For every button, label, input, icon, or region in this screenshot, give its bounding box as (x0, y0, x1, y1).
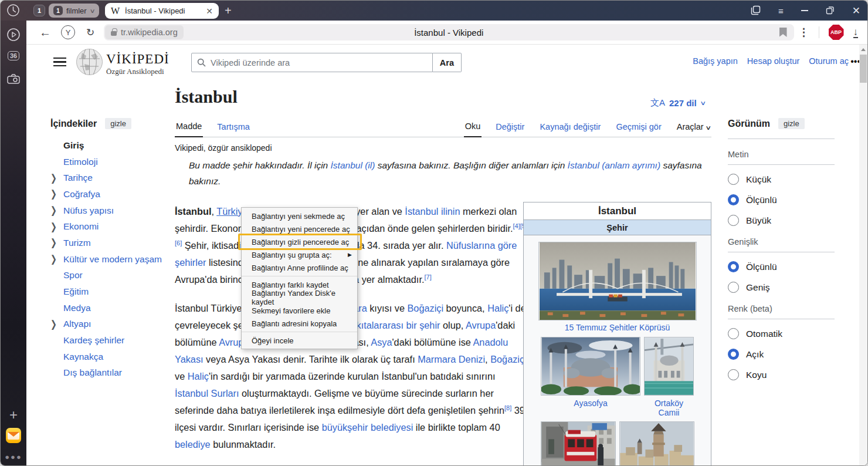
language-selector[interactable]: 文A 227 dil ∨ (650, 97, 705, 109)
menu-hamburger-icon[interactable]: ≡ (778, 6, 784, 15)
photo-galata-tower[interactable] (619, 421, 694, 465)
article-link[interactable]: [8] (504, 404, 511, 411)
header-link[interactable]: Bağış yapın (693, 56, 738, 66)
article-link[interactable]: [7] (424, 273, 431, 281)
tab-panels-icon[interactable] (751, 5, 761, 16)
radio-icon[interactable] (728, 349, 739, 360)
chevron-right-icon[interactable]: ❯ (50, 172, 63, 184)
toc-hide-button[interactable]: gizle (105, 118, 131, 129)
minimize-button[interactable] (801, 10, 808, 11)
radio-icon[interactable] (728, 261, 739, 272)
radio-icon[interactable] (728, 174, 739, 185)
radio-option[interactable]: Geniş (728, 281, 835, 293)
toc-item[interactable]: ❯ Tarihçe (50, 170, 168, 186)
toc-item[interactable]: ❯ Kaynakça (50, 349, 168, 365)
toc-item[interactable]: ❯ Etimoloji (50, 154, 168, 170)
photo-bosphorus-bridge[interactable] (538, 242, 697, 320)
tab-group-badge[interactable]: 1 (33, 5, 45, 16)
toc-item[interactable]: ❯ Dış bağlantılar (50, 365, 168, 381)
site-identity-chip[interactable]: tr.wikipedia.org (105, 25, 184, 39)
toc-item[interactable]: ❯ Giriş (50, 137, 168, 154)
radio-option[interactable]: Ölçünlü (728, 261, 835, 273)
adblock-plus-icon[interactable]: ABP (829, 25, 844, 40)
address-bar[interactable]: tr.wikipedia.org İstanbul - Vikipedi (104, 24, 794, 40)
context-menu-item[interactable]: Bağlantıyı Yandex Disk'e kaydet (242, 291, 357, 304)
article-link[interactable]: İstanbul Surları (175, 388, 239, 399)
extensions-menu-icon[interactable]: ⋮ (799, 26, 809, 39)
context-menu-item[interactable]: Bağlantı adresini kopyala (242, 317, 357, 330)
restore-button[interactable] (826, 6, 835, 16)
back-button[interactable]: ← (35, 26, 56, 39)
radio-option[interactable]: Otomatik (728, 327, 835, 340)
tab-degistir[interactable]: Değiştir (494, 122, 525, 137)
context-menu-item[interactable]: Bağlantıyı yeni pencerede aç ▶ (242, 222, 357, 235)
article-link[interactable]: Marmara Denizi (418, 354, 485, 364)
appearance-hide-button[interactable]: gizle (778, 118, 805, 129)
history-clock-icon[interactable] (6, 4, 20, 19)
article-link[interactable]: Boğaziçi (490, 354, 527, 364)
toc-item[interactable]: ❯ Nüfus yapısı (50, 202, 168, 219)
tab-tartisma[interactable]: Tartışma (216, 122, 251, 137)
radio-icon[interactable] (728, 328, 739, 339)
article-link[interactable]: Asya (371, 337, 392, 347)
page-scrollbar[interactable] (859, 45, 867, 465)
toc-item[interactable]: ❯ Medya (50, 300, 168, 316)
tab-gecmisi-gor[interactable]: Geçmişi gör (615, 122, 662, 137)
scrollbar-up-arrow[interactable] (861, 48, 866, 51)
context-menu-item[interactable]: Bağlantıyı yeni sekmede aç ▶ (242, 210, 357, 222)
context-menu-item[interactable]: Öğeyi incele (242, 334, 357, 347)
header-link[interactable]: Oturum aç (809, 56, 849, 66)
tab-madde[interactable]: Madde (175, 121, 203, 137)
bookmark-icon[interactable] (779, 28, 787, 37)
sidebar-more-icon[interactable]: ●●● (1, 453, 26, 461)
radio-option[interactable]: Küçük (728, 173, 835, 185)
tab-close-icon[interactable]: ✕ (206, 6, 213, 16)
radio-option[interactable]: Koyu (728, 369, 835, 381)
reload-button[interactable]: ↻ (80, 26, 100, 39)
sidebar-add-icon[interactable]: + (1, 407, 26, 423)
wiki-more-menu-icon[interactable]: ••• (850, 56, 859, 67)
radio-option[interactable]: Ölçünlü (728, 194, 835, 206)
article-link[interactable]: İstanbul (il) (331, 160, 375, 170)
context-menu-item[interactable]: Bağlantıyı gizli pencerede aç ▶ (242, 235, 357, 248)
search-button[interactable]: Ara (433, 53, 462, 72)
article-link[interactable]: kıtalararası bir şehir (357, 320, 440, 330)
close-button[interactable]: ✕ (852, 6, 860, 16)
chevron-right-icon[interactable]: ❯ (50, 254, 63, 265)
radio-option[interactable]: Açık (728, 348, 835, 360)
chevron-right-icon[interactable]: ❯ (50, 319, 63, 330)
caption-ortakoy[interactable]: Ortaköy Camii (644, 399, 694, 417)
search-input[interactable]: Vikipedi üzerinde ara (191, 53, 433, 72)
toc-item[interactable]: ❯ Altyapı (50, 316, 168, 333)
chevron-right-icon[interactable]: ❯ (50, 221, 63, 233)
toc-item[interactable]: ❯ Kültür ve modern yaşam (50, 251, 168, 268)
tab-oku[interactable]: Oku (464, 121, 482, 137)
context-menu-item[interactable]: Bağlantıyı şu grupta aç: ▶ (242, 248, 357, 261)
chevron-right-icon[interactable]: ❯ (50, 237, 63, 249)
new-tab-button[interactable]: + (225, 4, 232, 18)
radio-option[interactable]: Büyük (728, 214, 835, 227)
caption-ayasofya[interactable]: Ayasofya (541, 399, 640, 417)
active-tab[interactable]: W İstanbul - Vikipedi ✕ (105, 3, 219, 19)
scrollbar-thumb[interactable] (860, 55, 867, 83)
toc-item[interactable]: ❯ Kardeş şehirler (50, 332, 168, 349)
context-menu-item[interactable]: Sekmeyi favorilere ekle (242, 304, 357, 317)
radio-icon[interactable] (728, 194, 739, 205)
video-play-icon[interactable] (1, 28, 26, 42)
chevron-right-icon[interactable]: ❯ (50, 205, 63, 217)
yandex-mail-icon[interactable] (1, 428, 26, 443)
photo-ayasofya[interactable] (541, 337, 640, 396)
article-link[interactable]: Boğaziçi (407, 303, 443, 313)
photo-nostalgic-tram[interactable] (541, 421, 616, 465)
article-link[interactable]: Avrupa (466, 320, 496, 330)
article-link[interactable]: büyükşehir belediyesi (322, 422, 413, 433)
tab-kaynagi-degistir[interactable]: Kaynağı değiştir (538, 122, 602, 137)
collapsed-tab-filmler[interactable]: 1 filmler ∨ (49, 4, 99, 18)
article-link[interactable]: Haliç (487, 303, 508, 313)
downloads-icon[interactable]: ↓ (853, 27, 859, 38)
article-link[interactable]: İstanbul ilinin (405, 206, 460, 217)
radio-icon[interactable] (728, 369, 739, 380)
toc-item[interactable]: ❯ Eğitim (50, 283, 168, 300)
toc-item[interactable]: ❯ Coğrafya (50, 186, 168, 202)
header-link[interactable]: Hesap oluştur (747, 56, 799, 66)
